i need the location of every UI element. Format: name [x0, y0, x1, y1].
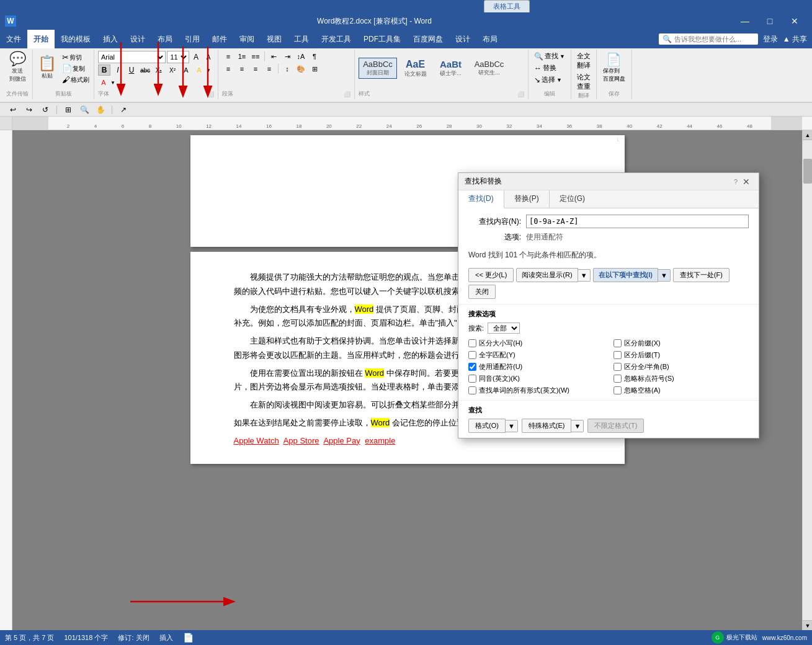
menu-item-view[interactable]: 视图 [261, 30, 288, 48]
cb-sounds-like-input[interactable] [468, 375, 476, 383]
cb-spaces-input[interactable] [613, 386, 622, 394]
dialog-close-button[interactable]: ✕ [740, 177, 752, 187]
cb-punctuation-input[interactable] [613, 375, 622, 383]
cb-sounds-like[interactable]: 同音(英文)(K) [468, 374, 604, 383]
cb-prefix-input[interactable] [613, 339, 622, 347]
logo-area[interactable]: G 极光下载站 [712, 631, 757, 644]
tab-find[interactable]: 查找(D) [458, 190, 504, 208]
font-size-select[interactable]: 11 [167, 51, 189, 63]
strikethrough-button[interactable]: abc [139, 64, 151, 76]
share-button[interactable]: ▲ 共享 [783, 34, 807, 45]
cb-all-forms[interactable]: 查找单词的所有形式(英文)(W) [468, 386, 604, 395]
fill-color-button[interactable]: 🎨 [295, 63, 307, 74]
scroll-track[interactable] [803, 140, 812, 620]
menu-item-design[interactable]: 设计 [124, 30, 151, 48]
style-heading2[interactable]: AaBt 硕士学... [434, 57, 468, 79]
menu-item-layout[interactable]: 布局 [151, 30, 179, 48]
tab-goto[interactable]: 定位(G) [550, 190, 595, 208]
font-color-button[interactable]: A [98, 77, 109, 88]
cb-wildcard[interactable]: 使用通配符(U) [468, 362, 604, 371]
bold-button[interactable]: B [98, 64, 110, 76]
numbered-list-button[interactable]: 1≡ [236, 51, 248, 62]
paste-button[interactable]: 📋 粘贴 [35, 51, 59, 84]
search-direction-select[interactable]: 全部 向上 向下 [488, 322, 520, 334]
send-to-wechat-button[interactable]: 💬 发送到微信 [7, 51, 29, 84]
close-dialog-button[interactable]: 关闭 [468, 285, 496, 299]
copy-button[interactable]: 📄复制 [60, 63, 91, 74]
vertical-scrollbar[interactable]: ▲ ▼ [802, 130, 812, 630]
minimize-button[interactable]: — [733, 12, 757, 30]
cb-all-forms-input[interactable] [468, 386, 476, 394]
increase-indent-button[interactable]: ⇥ [281, 51, 293, 62]
cb-punctuation[interactable]: 忽略标点符号(S) [613, 374, 749, 383]
paragraph-dialog-launcher[interactable]: ⬜ [344, 91, 350, 97]
underline-button[interactable]: U [125, 64, 138, 76]
align-right-button[interactable]: ≡ [249, 63, 262, 74]
pointer-button[interactable]: ↗ [117, 104, 130, 115]
highlight-display-button[interactable]: 阅读突出显示(R) [516, 268, 578, 282]
find-next-button[interactable]: 查找下一处(F) [673, 268, 729, 282]
cb-wildcard-input[interactable] [468, 363, 476, 371]
menu-item-review[interactable]: 审阅 [233, 30, 261, 48]
style-heading3[interactable]: AaBbCc 研究生... [469, 58, 509, 79]
scroll-down-button[interactable]: ▼ [803, 620, 812, 630]
special-format-button[interactable]: 特殊格式(E) [522, 419, 572, 433]
cb-fullwidth-input[interactable] [613, 363, 622, 371]
align-center-button[interactable]: ≡ [236, 63, 248, 74]
sort-button[interactable]: ↕A [295, 51, 307, 62]
special-format-dropdown[interactable]: ▼ [571, 420, 584, 432]
highlight-color-button[interactable]: A [194, 64, 205, 76]
menu-item-file[interactable]: 文件 [0, 30, 27, 48]
cb-spaces[interactable]: 忽略空格(A) [613, 386, 749, 395]
cb-suffix[interactable]: 区分后缀(T) [613, 350, 749, 360]
login-button[interactable]: 登录 [763, 34, 778, 45]
scroll-thumb[interactable] [803, 159, 812, 184]
zoom-button[interactable]: 🔍 [78, 104, 91, 115]
find-button[interactable]: 🔍 查找 ▼ [532, 51, 567, 61]
cb-prefix[interactable]: 区分前缀(X) [613, 339, 749, 348]
styles-dialog-launcher[interactable]: ⬜ [517, 91, 524, 97]
menu-item-design2[interactable]: 设计 [449, 30, 476, 48]
more-options-button[interactable]: << 更少(L) [468, 268, 514, 282]
menu-item-references[interactable]: 引用 [179, 30, 206, 48]
borders-button[interactable]: ⊞ [308, 63, 321, 74]
justify-button[interactable]: ≡ [263, 63, 275, 74]
superscript-button[interactable]: X² [166, 64, 179, 76]
find-in-button[interactable]: 在以下项中查找(I) [593, 268, 658, 282]
menu-item-insert[interactable]: 插入 [97, 30, 124, 48]
format-button[interactable]: 格式(O) [468, 419, 506, 433]
cb-whole-word[interactable]: 全字匹配(Y) [468, 350, 604, 360]
format-painter-button[interactable]: 🖌格式刷 [60, 74, 91, 85]
find-in-dropdown[interactable]: ▼ [658, 269, 671, 282]
paper-review-save-button[interactable]: 📄 保存到百度网盘 [600, 51, 628, 84]
font-dialog-launcher[interactable]: ⬜ [207, 91, 214, 97]
full-text-translate-button[interactable]: 全文翻译 [575, 51, 592, 71]
highlight-dropdown-button[interactable]: ▼ [578, 269, 591, 282]
menu-item-mail[interactable]: 邮件 [206, 30, 233, 48]
example-link[interactable]: example [365, 436, 395, 445]
replace-button[interactable]: ↔ 替换 [532, 63, 567, 73]
menu-item-baidu[interactable]: 百度网盘 [407, 30, 449, 48]
menu-item-layout2[interactable]: 布局 [476, 30, 504, 48]
menu-item-template[interactable]: 我的模板 [55, 30, 97, 48]
cut-button[interactable]: ✂剪切 [60, 52, 91, 63]
cb-case-input[interactable] [468, 339, 476, 347]
close-button[interactable]: ✕ [782, 12, 807, 30]
cb-fullwidth[interactable]: 区分全/半角(B) [613, 362, 749, 371]
font-name-select[interactable]: Arial [98, 51, 166, 63]
app-store-link[interactable]: App Store [283, 436, 319, 445]
cb-case-sensitive[interactable]: 区分大小写(H) [468, 339, 604, 348]
maximize-button[interactable]: □ [757, 12, 782, 30]
text-effect-button[interactable]: A [180, 64, 192, 76]
menu-item-home[interactable]: 开始 [27, 30, 55, 48]
menu-item-pdf[interactable]: PDF工具集 [357, 30, 407, 48]
menu-item-tools[interactable]: 工具 [288, 30, 315, 48]
apple-watch-link[interactable]: Apple Watch [234, 436, 279, 445]
align-left-button[interactable]: ≡ [222, 63, 234, 74]
multilevel-list-button[interactable]: ≡≡ [249, 51, 262, 62]
show-marks-button[interactable]: ¶ [308, 51, 321, 62]
subscript-button[interactable]: X₂ [153, 64, 165, 76]
tab-replace[interactable]: 替换(P) [504, 190, 550, 208]
search-input-field[interactable] [526, 215, 749, 228]
table-button[interactable]: ⊞ [61, 104, 75, 115]
